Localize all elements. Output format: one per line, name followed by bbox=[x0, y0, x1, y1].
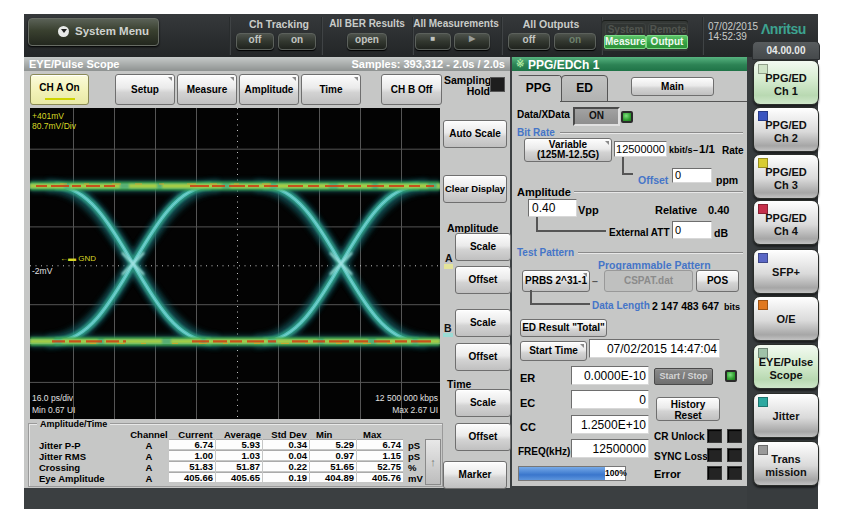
svg-text:Max 2.67 UI: Max 2.67 UI bbox=[392, 405, 438, 415]
svg-text:←▬ GND: ←▬ GND bbox=[60, 254, 96, 263]
svg-text:80.7mV/Div: 80.7mV/Div bbox=[32, 121, 77, 131]
svg-text:16.0 ps/div: 16.0 ps/div bbox=[32, 393, 74, 403]
svg-text:12 500 000 kbps: 12 500 000 kbps bbox=[375, 393, 438, 403]
svg-text:Min 0.67 UI: Min 0.67 UI bbox=[32, 405, 75, 415]
svg-text:-2mV: -2mV bbox=[32, 266, 53, 276]
svg-text:+401mV: +401mV bbox=[32, 111, 64, 121]
